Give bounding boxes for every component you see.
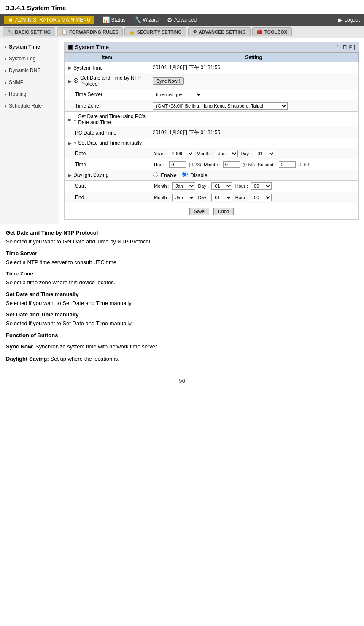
security-setting-icon: 🔒 xyxy=(129,29,135,35)
hour-input[interactable] xyxy=(169,161,186,168)
daylight-saving-bold: Daylight Saving: xyxy=(6,356,49,362)
ntp-radio-selected-icon: ⦿ xyxy=(73,78,78,84)
start-day-select[interactable]: 01 xyxy=(211,182,232,190)
sidebar-label-system-time: System Time xyxy=(9,44,40,50)
advanced-setting-icon: ⚙ xyxy=(193,29,197,35)
top-nav-main-menu[interactable]: 🖥 ADMINISTRATOR's MAIN MENU xyxy=(4,16,94,24)
ntp-setting-cell: Sync Now ! xyxy=(149,73,359,89)
daylight-saving-item-cell: ▶ Daylight Saving xyxy=(65,170,149,181)
page-number: 56 xyxy=(0,373,364,388)
bullet-icon: ● xyxy=(4,92,7,97)
table-row-time-fields: Time Hour : (0-23) Minute : (0-59) Secon… xyxy=(65,159,359,170)
save-button[interactable]: Save xyxy=(189,208,209,215)
top-nav-bar: 🖥 ADMINISTRATOR's MAIN MENU 📊 Status 🔧 W… xyxy=(0,14,364,26)
table-row-start: Start Month : Jan Day : 01 Hour : xyxy=(65,181,359,192)
desc-time-server: Time Server Select a NTP time server to … xyxy=(6,250,358,267)
end-month-select[interactable]: Jan xyxy=(172,194,195,201)
second-nav-basic-setting[interactable]: 🔧 BASIC SETTING xyxy=(3,27,55,36)
sidebar-item-dynamic-dns[interactable]: ● Dynamic DNS xyxy=(0,65,59,76)
end-fields-cell: Month : Jan Day : 01 Hour : 00 xyxy=(149,192,359,203)
second-label: Second : xyxy=(258,162,276,167)
second-nav-forwarding-rules[interactable]: 📋 FORWARDING RULES xyxy=(57,27,123,36)
start-day-label: Day : xyxy=(198,183,209,189)
system-time-value-cell: 2010年1月26日 下午 01:31:56 xyxy=(149,62,359,73)
month-select[interactable]: Jun xyxy=(215,150,238,157)
minute-range: (0-59) xyxy=(243,162,255,167)
table-row-pc-date: ▶ ○ Set Date and Time using PC's Date an… xyxy=(65,112,359,127)
top-nav-status[interactable]: 📊 Status xyxy=(102,16,126,23)
year-select[interactable]: 2009 xyxy=(169,150,194,157)
content-area: ▣ System Time [ HELP ] Item Setting xyxy=(59,38,364,224)
forwarding-rules-label: FORWARDING RULES xyxy=(69,30,119,35)
undo-button[interactable]: Undo xyxy=(213,208,234,215)
desc-set-date-manually2-text: Selected if you want to Set Date and Tim… xyxy=(6,319,358,328)
time-zone-setting-cell: (GMT+08:00) Beijing, Hong Kong, Singapor… xyxy=(149,100,359,112)
sidebar-item-schedule-rule[interactable]: ● Schedule Rule xyxy=(0,100,59,112)
top-nav-logout-label: Logout xyxy=(344,17,360,23)
top-nav-wizard[interactable]: 🔧 Wizard xyxy=(134,16,159,23)
start-hour-select[interactable]: 00 xyxy=(251,182,272,190)
second-range: (0-59) xyxy=(298,162,310,167)
sidebar-item-routing[interactable]: ● Routing xyxy=(0,88,59,100)
desc-set-date-manually1-title: Set Date and Time manually xyxy=(6,291,358,297)
day-select[interactable]: 01 xyxy=(254,150,275,157)
pc-date-value-label: PC Date and Time xyxy=(75,130,116,136)
panel-title-text: System Time xyxy=(75,44,109,50)
end-hour-select[interactable]: 00 xyxy=(251,194,272,201)
panel-title-icon: ▣ xyxy=(68,44,73,50)
minute-input[interactable] xyxy=(223,161,240,168)
time-server-setting-cell: time.nist.gov pool.ntp.org time.windows.… xyxy=(149,89,359,100)
disable-radio[interactable] xyxy=(182,172,188,177)
desc-set-date-manually1: Set Date and Time manually Selected if y… xyxy=(6,291,358,308)
start-month-select[interactable]: Jan xyxy=(172,182,195,190)
second-nav-security-setting[interactable]: 🔒 SECURITY SETTING xyxy=(124,27,186,36)
main-layout: ● System Time ● System Log ● Dynamic DNS… xyxy=(0,38,364,224)
table-row-daylight-saving: ▶ Daylight Saving Enable Disable xyxy=(65,170,359,181)
second-nav-advanced-setting[interactable]: ⚙ ADVANCED SETTING xyxy=(188,27,251,36)
time-server-label: Time Server xyxy=(75,92,102,97)
top-nav-advanced[interactable]: ⚙ Advanced xyxy=(167,16,197,23)
bullet-icon: ● xyxy=(4,57,7,61)
col-setting-header: Setting xyxy=(149,53,359,62)
desc-set-date-manually1-text: Selected if you want to Set Date and Tim… xyxy=(6,299,358,308)
time-server-select[interactable]: time.nist.gov pool.ntp.org time.windows.… xyxy=(153,91,202,98)
time-zone-select[interactable]: (GMT+08:00) Beijing, Hong Kong, Singapor… xyxy=(153,102,288,110)
end-day-select[interactable]: 01 xyxy=(211,194,232,201)
hour-range: (0-23) xyxy=(189,162,201,167)
pc-date-value-cell: 2010年1月26日 下午 01:31:55 xyxy=(149,127,359,138)
bullet-icon: ● xyxy=(4,104,7,108)
top-nav-logout[interactable]: ▶ Logout xyxy=(338,16,360,23)
second-input[interactable] xyxy=(279,161,296,168)
second-nav-bar: 🔧 BASIC SETTING 📋 FORWARDING RULES 🔒 SEC… xyxy=(0,26,364,38)
time-zone-label: Time Zone xyxy=(75,103,99,109)
pc-date-item-cell: ▶ ○ Set Date and Time using PC's Date an… xyxy=(65,112,149,127)
end-label-cell: End xyxy=(65,192,149,203)
sidebar-item-system-log[interactable]: ● System Log xyxy=(0,53,59,65)
system-time-panel: ▣ System Time [ HELP ] Item Setting xyxy=(64,42,359,220)
desc-function-of-buttons: Function of Buttons xyxy=(6,332,358,338)
panel-title: ▣ System Time xyxy=(68,44,109,50)
toolbox-label: TOOLBOX xyxy=(264,30,287,35)
sidebar-label-schedule-rule: Schedule Rule xyxy=(9,103,42,109)
desc-time-server-text: Select a NTP time server to consult UTC … xyxy=(6,258,358,267)
status-icon: 📊 xyxy=(102,16,110,23)
start-label: Start xyxy=(75,183,86,189)
desc-get-date-ntp-title: Get Date and Time by NTP Protocol xyxy=(6,229,358,236)
hour-label: Hour : xyxy=(154,162,167,167)
end-day-label: Day : xyxy=(198,195,209,200)
enable-radio[interactable] xyxy=(153,172,158,177)
sidebar-item-snmp[interactable]: ● SNMP xyxy=(0,76,59,88)
panel-help-link[interactable]: [ HELP ] xyxy=(337,44,355,50)
table-row-date-fields: Date Year : 2009 Month : Jun Day : xyxy=(65,148,359,159)
main-menu-icon: 🖥 xyxy=(8,16,13,23)
desc-set-date-manually2: Set Date and Time manually Selected if y… xyxy=(6,311,358,328)
manual-date-radio-icon: ○ xyxy=(73,140,76,146)
sidebar-item-system-time[interactable]: ● System Time xyxy=(0,41,59,53)
time-label: Time xyxy=(75,162,86,167)
second-nav-toolbox[interactable]: 🧰 TOOLBOX xyxy=(252,27,292,36)
sync-now-button[interactable]: Sync Now ! xyxy=(153,77,184,85)
end-hour-label: Hour : xyxy=(235,195,248,200)
enable-label: Enable xyxy=(161,173,176,178)
top-nav-wizard-label: Wizard xyxy=(143,17,159,23)
description-area: Get Date and Time by NTP Protocol Select… xyxy=(0,224,364,373)
